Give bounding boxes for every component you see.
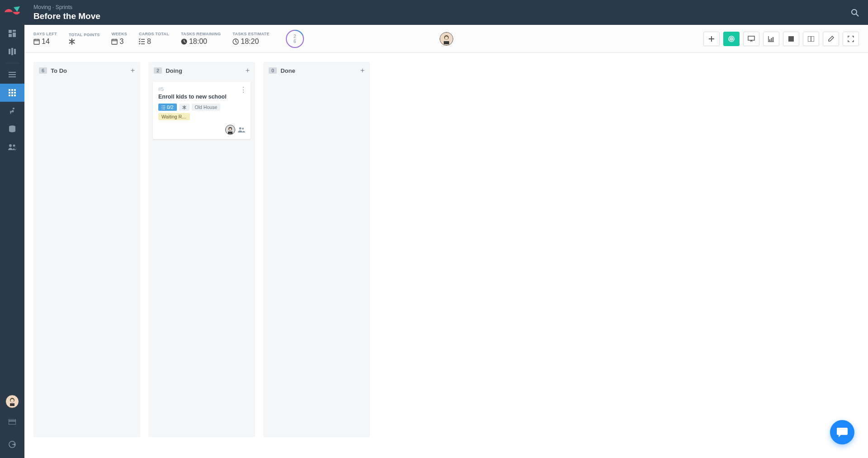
stat-cards-total: CARDS TOTAL 8 bbox=[139, 32, 169, 46]
list-icon bbox=[9, 71, 16, 78]
sidebar-team[interactable] bbox=[0, 138, 24, 156]
svg-rect-11 bbox=[11, 89, 13, 91]
svg-rect-12 bbox=[14, 89, 16, 91]
assignee-avatar-header[interactable] bbox=[440, 32, 453, 46]
toolbar-layout-button[interactable] bbox=[803, 32, 819, 46]
top-header: Moving · Sprints Before the Move bbox=[24, 0, 868, 25]
sidebar-logout[interactable] bbox=[0, 435, 24, 453]
chart-icon bbox=[768, 36, 774, 42]
svg-rect-18 bbox=[14, 94, 16, 96]
column-done[interactable]: 0 Done + bbox=[263, 62, 370, 437]
svg-rect-7 bbox=[9, 72, 16, 73]
card-points-badge[interactable] bbox=[179, 104, 190, 111]
column-title: To Do bbox=[51, 67, 67, 74]
svg-rect-10 bbox=[9, 89, 10, 91]
svg-rect-9 bbox=[9, 76, 16, 77]
svg-rect-4 bbox=[9, 49, 10, 54]
app-logo[interactable] bbox=[0, 0, 24, 24]
svg-rect-14 bbox=[11, 92, 13, 94]
svg-rect-32 bbox=[34, 39, 39, 44]
chat-bubble-button[interactable] bbox=[830, 420, 854, 444]
toolbar-stop-button[interactable] bbox=[783, 32, 799, 46]
column-count: 2 bbox=[154, 67, 162, 74]
svg-rect-17 bbox=[11, 94, 13, 96]
card-tag-waiting[interactable]: Waiting R… bbox=[158, 113, 190, 120]
sidebar-dashboard[interactable] bbox=[0, 24, 24, 42]
card-title: Enroll kids to new school bbox=[158, 94, 245, 100]
asterisk-icon bbox=[182, 105, 186, 109]
svg-rect-0 bbox=[9, 30, 12, 33]
card-menu-button[interactable]: ⋮ bbox=[240, 85, 247, 94]
svg-rect-5 bbox=[11, 48, 13, 55]
kanban-card[interactable]: #5 ⋮ Enroll kids to new school 0/2 Old H… bbox=[153, 82, 251, 139]
toolbar bbox=[703, 32, 859, 46]
page-title: Before the Move bbox=[33, 11, 100, 21]
column-todo[interactable]: 6 To Do + bbox=[33, 62, 140, 437]
card-add-assignee-button[interactable] bbox=[238, 127, 245, 132]
column-title: Done bbox=[280, 67, 295, 74]
svg-rect-27 bbox=[10, 403, 14, 406]
sidebar-list[interactable] bbox=[0, 66, 24, 84]
card-id: #5 bbox=[158, 86, 245, 92]
sidebar-grid[interactable] bbox=[0, 84, 24, 102]
toolbar-add-button[interactable] bbox=[703, 32, 720, 46]
layout-icon bbox=[808, 36, 814, 42]
logout-icon bbox=[9, 441, 16, 448]
column-title: Doing bbox=[166, 67, 182, 74]
calendar-icon bbox=[111, 38, 118, 45]
stat-days-left: DAYS LEFT 14 bbox=[33, 32, 57, 46]
plus-icon bbox=[709, 36, 714, 42]
sidebar-boards[interactable] bbox=[0, 42, 24, 61]
toolbar-chart-button[interactable] bbox=[763, 32, 779, 46]
column-doing[interactable]: 2 Doing + #5 ⋮ Enroll kids to new school… bbox=[148, 62, 255, 437]
toolbar-fullscreen-button[interactable] bbox=[843, 32, 859, 46]
checklist-icon bbox=[161, 105, 166, 109]
card-assignee-avatar[interactable] bbox=[225, 125, 235, 135]
edit-icon bbox=[828, 36, 834, 42]
left-sidebar bbox=[0, 0, 24, 458]
presentation-icon bbox=[748, 36, 755, 42]
column-add-button[interactable]: + bbox=[360, 66, 365, 75]
dashboard-icon bbox=[9, 30, 16, 37]
svg-point-53 bbox=[239, 127, 242, 130]
stat-tasks-estimate: TASKS ESTIMATE 18:20 bbox=[232, 32, 269, 46]
stat-weeks: WEEKS 3 bbox=[111, 32, 127, 46]
card-tag-oldhouse[interactable]: Old House bbox=[192, 104, 221, 111]
dots-vertical-icon: ⋮ bbox=[240, 86, 247, 94]
people-icon bbox=[238, 127, 245, 132]
toolbar-target-button[interactable] bbox=[723, 32, 740, 46]
svg-rect-16 bbox=[9, 94, 10, 96]
stats-bar: DAYS LEFT 14 TOTAL POINTS WEEKS 3 CARDS … bbox=[24, 25, 868, 53]
target-icon bbox=[728, 35, 735, 42]
clock-outline-icon bbox=[232, 38, 239, 45]
svg-point-22 bbox=[13, 145, 15, 147]
column-add-button[interactable]: + bbox=[131, 66, 135, 75]
columns-icon bbox=[9, 48, 16, 55]
toolbar-present-button[interactable] bbox=[743, 32, 759, 46]
progress-ring[interactable]: 2 6 bbox=[286, 30, 304, 48]
sidebar-card-icon[interactable] bbox=[0, 413, 24, 431]
fullscreen-icon bbox=[848, 36, 854, 42]
sidebar-database[interactable] bbox=[0, 120, 24, 138]
svg-rect-44 bbox=[769, 39, 770, 41]
stop-icon bbox=[788, 36, 794, 42]
svg-rect-2 bbox=[13, 33, 16, 37]
header-search-button[interactable] bbox=[851, 9, 859, 17]
svg-point-21 bbox=[9, 144, 12, 147]
svg-rect-28 bbox=[9, 419, 16, 425]
checklist-icon bbox=[139, 38, 145, 45]
asterisk-icon bbox=[69, 38, 75, 45]
breadcrumb[interactable]: Moving · Sprints bbox=[33, 4, 100, 10]
svg-rect-33 bbox=[112, 39, 117, 44]
card-tasks-badge[interactable]: 0/2 bbox=[158, 104, 177, 111]
svg-point-38 bbox=[445, 36, 448, 39]
svg-rect-39 bbox=[444, 41, 449, 44]
column-add-button[interactable]: + bbox=[246, 66, 250, 75]
kanban-board: 6 To Do + 2 Doing + #5 ⋮ Enroll kids to … bbox=[24, 53, 868, 458]
card-icon bbox=[9, 419, 16, 425]
sidebar-sprints[interactable] bbox=[0, 102, 24, 120]
toolbar-edit-button[interactable] bbox=[823, 32, 839, 46]
svg-point-19 bbox=[13, 108, 14, 109]
sidebar-user-avatar[interactable] bbox=[5, 395, 19, 408]
column-count: 0 bbox=[269, 67, 277, 74]
